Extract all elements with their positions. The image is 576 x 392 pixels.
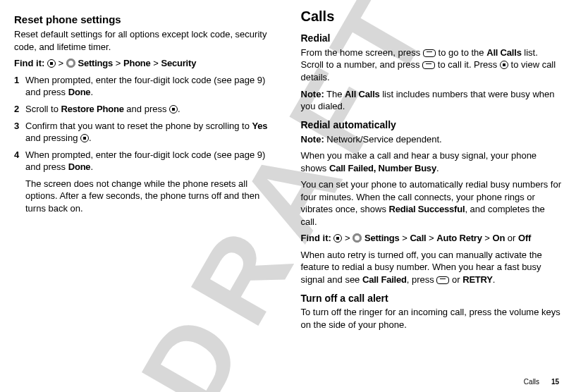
- center-key-icon: [500, 61, 508, 69]
- redial-para: From the home screen, press to go to the…: [301, 47, 563, 84]
- center-key-icon: [47, 59, 56, 68]
- t: Scroll to: [25, 104, 61, 114]
- t: .: [436, 163, 439, 173]
- page-footer: Calls 15: [524, 377, 559, 387]
- findit-security: Security: [161, 58, 196, 68]
- turnoff-heading: Turn off a call alert: [301, 292, 563, 305]
- right-column: Calls Redial From the home screen, press…: [301, 7, 563, 336]
- t: .: [90, 161, 93, 172]
- all-calls-label: All Calls: [486, 47, 522, 58]
- softkey-icon: [436, 276, 449, 284]
- page-columns: Reset phone settings Reset default setti…: [14, 7, 562, 336]
- findit-call: Call: [410, 233, 426, 243]
- t: .: [178, 104, 180, 114]
- call-failed-busy-label: Call Failed, Number Busy: [329, 163, 436, 173]
- sep: >: [426, 233, 436, 243]
- step-number: 4: [14, 149, 25, 173]
- reset-steps: 1 When prompted, enter the four-digit lo…: [14, 74, 276, 173]
- call-failed-label: Call Failed: [362, 274, 407, 285]
- findit-phone: Phone: [123, 58, 151, 68]
- t: Network/Service dependent.: [324, 134, 442, 145]
- note-label: Note:: [301, 134, 324, 145]
- center-key-icon: [80, 134, 89, 142]
- t: When prompted, enter the four-digit lock…: [25, 75, 265, 98]
- turnoff-p: To turn off the ringer for an incoming c…: [301, 306, 563, 331]
- t: When prompted, enter the four-digit lock…: [25, 149, 265, 173]
- auto-p3: When auto retry is turned off, you can m…: [301, 249, 563, 286]
- softkey-icon: [422, 61, 435, 69]
- t: to call it. Press: [435, 59, 500, 70]
- sep: >: [56, 58, 66, 68]
- findit-off: Off: [518, 233, 531, 243]
- t: Confirm that you want to reset the phone…: [25, 121, 252, 131]
- footer-section: Calls: [524, 378, 539, 386]
- list-item: 3 Confirm that you want to reset the pho…: [14, 120, 276, 145]
- auto-note: Note: Network/Service dependent.: [301, 133, 563, 146]
- t: .: [90, 87, 93, 97]
- findit-settings: Settings: [78, 58, 113, 68]
- redial-successful-label: Redial Successful: [389, 204, 465, 214]
- gear-icon: [353, 233, 362, 243]
- sep: >: [482, 233, 493, 243]
- auto-p1: When you make a call and hear a busy sig…: [301, 149, 563, 174]
- reset-intro: Reset default settings for all options e…: [14, 28, 276, 53]
- reset-after: The screen does not change while the pho…: [25, 178, 276, 215]
- step-body: Confirm that you want to reset the phone…: [25, 120, 276, 145]
- step-body: When prompted, enter the four-digit lock…: [25, 74, 276, 99]
- sep: >: [400, 233, 410, 243]
- reset-heading: Reset phone settings: [14, 13, 276, 27]
- sep: >: [342, 233, 353, 243]
- findit-settings: Settings: [364, 233, 400, 243]
- t: .: [493, 274, 496, 285]
- step-number: 1: [14, 74, 25, 99]
- yes-label: Yes: [252, 121, 268, 131]
- sep: >: [113, 58, 123, 68]
- done-label: Done: [68, 161, 91, 172]
- auto-p2: You can set your phone to automatically …: [301, 178, 563, 228]
- left-column: Reset phone settings Reset default setti…: [14, 7, 276, 336]
- page-number: 15: [551, 378, 559, 386]
- t: The: [324, 89, 345, 99]
- step-body: When prompted, enter the four-digit lock…: [25, 149, 276, 173]
- findit-on: On: [493, 233, 505, 243]
- t: .: [89, 133, 92, 143]
- list-item: 4 When prompted, enter the four-digit lo…: [14, 149, 276, 173]
- redial-auto-heading: Redial automatically: [301, 118, 563, 132]
- findit-label: Find it:: [301, 233, 331, 243]
- reset-findit: Find it: > Settings > Phone > Security: [14, 57, 276, 70]
- t: From the home screen, press: [301, 47, 423, 58]
- restore-phone-label: Restore Phone: [61, 104, 124, 114]
- center-key-icon: [169, 105, 178, 114]
- step-number: 3: [14, 120, 25, 145]
- redial-heading: Redial: [301, 32, 563, 45]
- auto-findit: Find it: > Settings > Call > Auto Retry …: [301, 232, 563, 245]
- retry-label: RETRY: [462, 274, 493, 285]
- softkey-icon: [423, 49, 436, 57]
- t: to go to the: [436, 47, 486, 58]
- sep: >: [151, 58, 161, 68]
- note-label: Note:: [301, 89, 324, 99]
- findit-autoretry: Auto Retry: [436, 233, 482, 243]
- step-body: Scroll to Restore Phone and press .: [25, 103, 276, 116]
- t: and pressing: [25, 133, 80, 143]
- center-key-icon: [333, 234, 342, 243]
- gear-icon: [66, 59, 75, 68]
- t: and press: [124, 104, 169, 114]
- all-calls-label: All Calls: [345, 89, 380, 99]
- step-number: 2: [14, 103, 25, 116]
- calls-heading: Calls: [301, 7, 563, 26]
- done-label: Done: [68, 87, 91, 97]
- t: , press: [407, 274, 437, 285]
- list-item: 2 Scroll to Restore Phone and press .: [14, 103, 276, 116]
- redial-note: Note: The All Calls list includes number…: [301, 88, 563, 113]
- t: or: [449, 274, 462, 285]
- findit-label: Find it:: [14, 58, 44, 68]
- t: or: [505, 233, 518, 243]
- list-item: 1 When prompted, enter the four-digit lo…: [14, 74, 276, 99]
